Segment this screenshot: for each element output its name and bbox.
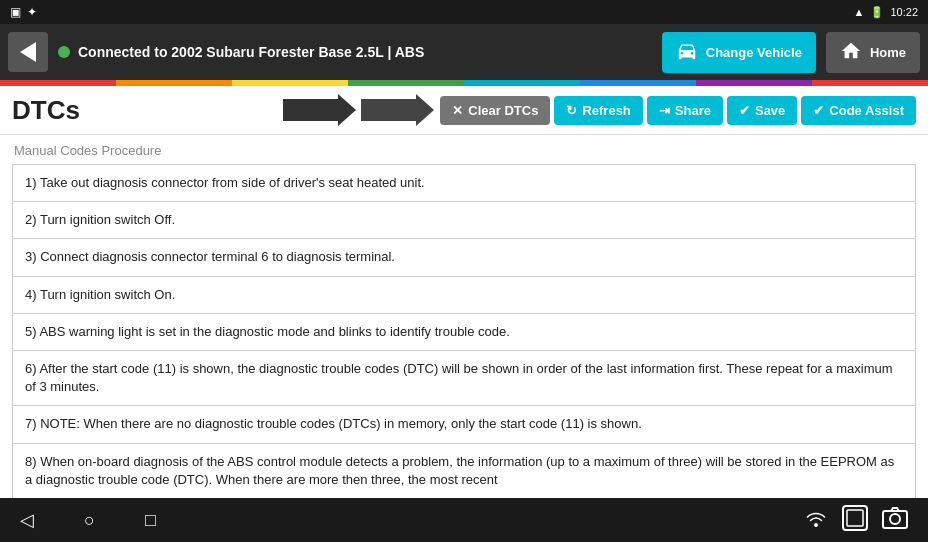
arrow-piece-2 [361, 94, 434, 126]
nav-screenshot-icon[interactable] [842, 505, 868, 536]
toolbar-buttons: ✕ Clear DTCs ↻ Refresh ⇥ Share ✔ Save ✔ … [440, 96, 916, 125]
arrow-piece-1 [283, 94, 356, 126]
save-label: Save [755, 103, 785, 118]
step-text: 2) Turn ignition switch Off. [13, 202, 916, 239]
home-icon [840, 40, 862, 65]
table-row: 3) Connect diagnosis connector terminal … [13, 239, 916, 276]
time-display: 10:22 [890, 6, 918, 18]
table-row: 4) Turn ignition switch On. [13, 276, 916, 313]
back-arrow-icon [20, 42, 36, 62]
change-vehicle-button[interactable]: Change Vehicle [662, 32, 816, 73]
steps-table: 1) Take out diagnosis connector from sid… [12, 164, 916, 498]
change-vehicle-label: Change Vehicle [706, 45, 802, 60]
svg-rect-2 [847, 510, 863, 526]
step-text: 3) Connect diagnosis connector terminal … [13, 239, 916, 276]
nav-home-icon[interactable]: ○ [84, 510, 95, 531]
code-assist-label: Code Assist [829, 103, 904, 118]
table-row: 2) Turn ignition switch Off. [13, 202, 916, 239]
battery-icon: 🔋 [870, 6, 884, 19]
refresh-icon: ↻ [566, 103, 577, 118]
connection-status: Connected to 2002 Subaru Forester Base 2… [58, 44, 652, 60]
home-label: Home [870, 45, 906, 60]
table-row: 6) After the start code (11) is shown, t… [13, 350, 916, 405]
svg-point-0 [814, 523, 818, 527]
table-row: 7) NOTE: When there are no diagnostic tr… [13, 406, 916, 443]
step-text: 6) After the start code (11) is shown, t… [13, 350, 916, 405]
refresh-button[interactable]: ↻ Refresh [554, 96, 642, 125]
step-text: 4) Turn ignition switch On. [13, 276, 916, 313]
refresh-label: Refresh [582, 103, 630, 118]
save-icon: ✔ [739, 103, 750, 118]
save-button[interactable]: ✔ Save [727, 96, 797, 125]
nav-back-icon[interactable]: ◁ [20, 509, 34, 531]
nav-camera-icon[interactable] [882, 507, 908, 534]
bottom-nav: ◁ ○ □ [0, 498, 928, 542]
share-label: Share [675, 103, 711, 118]
toolbar: DTCs ✕ Clear DTCs ↻ Refresh ⇥ S [0, 86, 928, 135]
nav-right [804, 505, 908, 536]
connection-text: Connected to 2002 Subaru Forester Base 2… [78, 44, 424, 60]
content-area: Manual Codes Procedure 1) Take out diagn… [0, 135, 928, 498]
share-button[interactable]: ⇥ Share [647, 96, 723, 125]
clear-dtcs-button[interactable]: ✕ Clear DTCs [440, 96, 550, 125]
table-row: 8) When on-board diagnosis of the ABS co… [13, 443, 916, 498]
back-button[interactable] [8, 32, 48, 72]
step-text: 7) NOTE: When there are no diagnostic tr… [13, 406, 916, 443]
status-bar: ▣ ✦ ▲ 🔋 10:22 [0, 0, 928, 24]
window-icon: ▣ [10, 5, 21, 19]
status-bar-left: ▣ ✦ [10, 5, 37, 19]
nav-wifi-icon [804, 506, 828, 535]
status-bar-right: ▲ 🔋 10:22 [854, 6, 918, 19]
wifi-icon: ▲ [854, 6, 865, 18]
code-assist-icon: ✔ [813, 103, 824, 118]
arrow-decoration [283, 94, 434, 126]
step-text: 5) ABS warning light is set in the diagn… [13, 313, 916, 350]
code-assist-button[interactable]: ✔ Code Assist [801, 96, 916, 125]
main-content: DTCs ✕ Clear DTCs ↻ Refresh ⇥ S [0, 86, 928, 498]
settings-icon: ✦ [27, 5, 37, 19]
svg-point-4 [890, 514, 900, 524]
connection-dot [58, 46, 70, 58]
step-text: 8) When on-board diagnosis of the ABS co… [13, 443, 916, 498]
clear-x-icon: ✕ [452, 103, 463, 118]
share-icon: ⇥ [659, 103, 670, 118]
step-text: 1) Take out diagnosis connector from sid… [13, 165, 916, 202]
clear-dtcs-label: Clear DTCs [468, 103, 538, 118]
section-title: Manual Codes Procedure [12, 143, 916, 158]
nav-recents-icon[interactable]: □ [145, 510, 156, 531]
table-row: 1) Take out diagnosis connector from sid… [13, 165, 916, 202]
car-icon [676, 40, 698, 65]
home-button[interactable]: Home [826, 32, 920, 73]
nav-left: ◁ ○ □ [20, 509, 156, 531]
page-title: DTCs [12, 95, 283, 126]
header: Connected to 2002 Subaru Forester Base 2… [0, 24, 928, 80]
table-row: 5) ABS warning light is set in the diagn… [13, 313, 916, 350]
